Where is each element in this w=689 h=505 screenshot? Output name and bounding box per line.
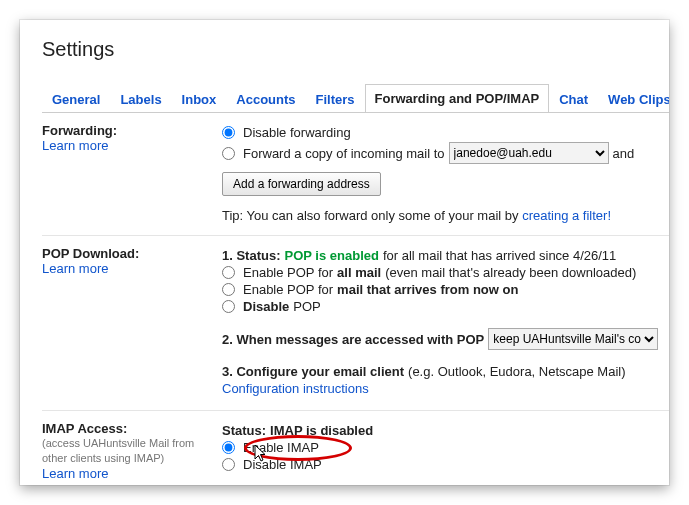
pop-step3-bold: 3. Configure your email client	[222, 364, 404, 379]
section-pop: POP Download: Learn more 1. Status: POP …	[42, 236, 669, 411]
pop-status-prefix: 1. Status:	[222, 248, 281, 263]
pop-disable-bold: Disable	[243, 299, 289, 314]
tab-forwarding-pop-imap[interactable]: Forwarding and POP/IMAP	[365, 84, 550, 113]
pop-step2-label: 2. When messages are accessed with POP	[222, 332, 484, 347]
pop-enable-all-prefix: Enable POP for	[243, 265, 333, 280]
imap-status-value: IMAP is disabled	[270, 423, 373, 438]
add-forwarding-address-button[interactable]: Add a forwarding address	[222, 172, 381, 196]
pop-enable-now-prefix: Enable POP for	[243, 282, 333, 297]
forwarding-learn-more-link[interactable]: Learn more	[42, 138, 108, 153]
tab-accounts[interactable]: Accounts	[226, 85, 305, 113]
imap-enable-label: Enable IMAP	[243, 440, 319, 455]
forwarding-copy-radio[interactable]	[222, 147, 235, 160]
section-imap: IMAP Access: (access UAHuntsville Mail f…	[42, 411, 669, 485]
forwarding-disable-label: Disable forwarding	[243, 125, 351, 140]
section-forwarding: Forwarding: Learn more Disable forwardin…	[42, 113, 669, 236]
create-filter-link[interactable]: creating a filter!	[522, 208, 611, 223]
forwarding-heading: Forwarding:	[42, 123, 212, 138]
pop-status-suffix: for all mail that has arrived since 4/26…	[383, 248, 616, 263]
pop-enable-all-radio[interactable]	[222, 266, 235, 279]
pop-config-instructions-link[interactable]: Configuration instructions	[222, 381, 369, 396]
pop-enable-all-bold: all mail	[337, 265, 381, 280]
forwarding-address-select[interactable]: janedoe@uah.edu	[449, 142, 609, 164]
tab-filters[interactable]: Filters	[306, 85, 365, 113]
imap-heading: IMAP Access:	[42, 421, 212, 436]
pop-learn-more-link[interactable]: Learn more	[42, 261, 108, 276]
pop-status-value: POP is enabled	[285, 248, 379, 263]
tab-labels[interactable]: Labels	[110, 85, 171, 113]
imap-status-label: Status:	[222, 423, 266, 438]
pop-disable-suffix: POP	[293, 299, 320, 314]
pop-enable-all-suffix: (even mail that's already been downloade…	[385, 265, 636, 280]
settings-tabs: General Labels Inbox Accounts Filters Fo…	[42, 83, 669, 113]
tab-general[interactable]: General	[42, 85, 110, 113]
pop-heading: POP Download:	[42, 246, 212, 261]
imap-enable-radio[interactable]	[222, 441, 235, 454]
tab-inbox[interactable]: Inbox	[172, 85, 227, 113]
pop-enable-now-bold: mail that arrives from now on	[337, 282, 518, 297]
pop-step3-rest: (e.g. Outlook, Eudora, Netscape Mail)	[408, 364, 626, 379]
page-title: Settings	[42, 38, 669, 61]
tab-web-clips[interactable]: Web Clips	[598, 85, 669, 113]
forwarding-copy-label: Forward a copy of incoming mail to	[243, 146, 445, 161]
forwarding-copy-suffix: and	[613, 146, 635, 161]
tab-chat[interactable]: Chat	[549, 85, 598, 113]
pop-enable-now-radio[interactable]	[222, 283, 235, 296]
pop-access-action-select[interactable]: keep UAHuntsville Mail's co	[488, 328, 658, 350]
imap-learn-more-link[interactable]: Learn more	[42, 466, 108, 481]
forwarding-tip-text: Tip: You can also forward only some of y…	[222, 208, 522, 223]
imap-disable-label: Disable IMAP	[243, 457, 322, 472]
pop-disable-radio[interactable]	[222, 300, 235, 313]
forwarding-disable-radio[interactable]	[222, 126, 235, 139]
imap-disable-radio[interactable]	[222, 458, 235, 471]
imap-sub: (access UAHuntsville Mail from other cli…	[42, 436, 212, 466]
